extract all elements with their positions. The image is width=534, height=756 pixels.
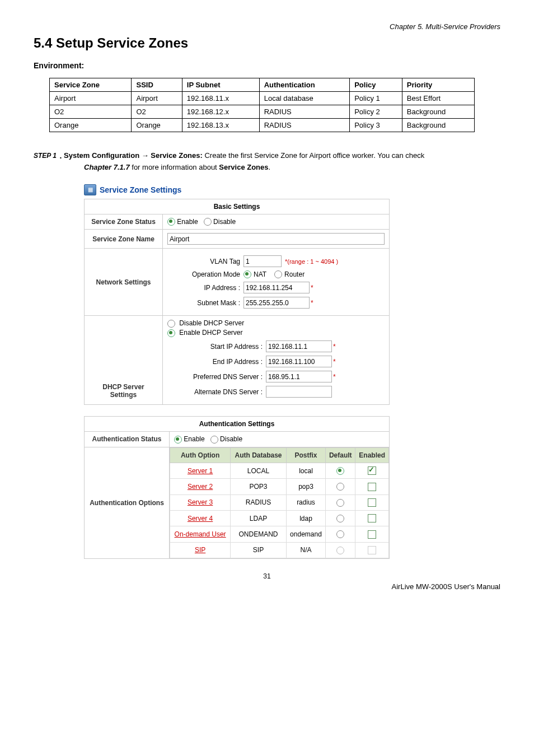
enable-text: Enable	[177, 218, 198, 226]
auth-col-header: Auth Database	[231, 447, 287, 463]
pref-dns-input[interactable]	[266, 371, 332, 382]
disable-text: Disable	[213, 218, 236, 226]
radio-default[interactable]	[336, 515, 344, 522]
op-mode-label: Operation Mode	[167, 270, 243, 278]
subnet-mask-input[interactable]	[243, 297, 310, 309]
table-row: AirportAirport192.168.11.xLocal database…	[50, 92, 475, 105]
step-chapter-ref: Chapter 7.1.7	[84, 163, 130, 171]
radio-default[interactable]	[336, 499, 344, 507]
auth-row: Server 3RADIUSradius	[170, 494, 389, 510]
step-text-3: .	[269, 163, 271, 171]
sz-name-input[interactable]	[167, 233, 385, 245]
table-row: OrangeOrange192.168.13.xRADIUSPolicy 3Ba…	[50, 119, 475, 132]
auth-option-link[interactable]: Server 2	[188, 483, 213, 491]
radio-default	[336, 547, 344, 554]
table-cell: Airport	[132, 92, 182, 105]
auth-option-link[interactable]: Server 3	[188, 498, 213, 506]
auth-disable-text: Disable	[220, 435, 242, 443]
table-cell: O2	[50, 105, 132, 119]
chapter-reference: Chapter 5. Multi-Service Providers	[34, 22, 500, 31]
dhcp-settings-cell: Disable DHCP Server Enable DHCP Server S…	[163, 316, 390, 405]
auth-db: LOCAL	[231, 463, 287, 478]
checkbox-enabled[interactable]	[368, 483, 376, 491]
auth-postfix: pop3	[286, 479, 325, 494]
auth-col-header: Auth Option	[170, 447, 231, 463]
table-cell: Airport	[50, 92, 132, 105]
radio-enable[interactable]	[167, 218, 175, 226]
auth-col-header: Default	[326, 447, 355, 463]
env-col-header: IP Subnet	[182, 78, 259, 92]
table-cell: Local database	[259, 92, 350, 105]
step-text-1: Create the first Service Zone for Airpor…	[203, 151, 424, 160]
table-cell: RADIUS	[259, 119, 350, 132]
table-cell: Policy 1	[350, 92, 402, 105]
panel-header: ▦ Service Zone Settings	[84, 184, 500, 195]
table-cell: 192.168.12.x	[182, 105, 259, 119]
start-ip-label: Start IP Address :	[167, 343, 266, 351]
checkbox-enabled[interactable]	[368, 498, 376, 507]
alt-dns-input[interactable]	[266, 386, 332, 398]
sz-name-label: Service Zone Name	[85, 230, 163, 249]
auth-postfix: ondemand	[286, 526, 325, 542]
radio-router[interactable]	[274, 270, 282, 278]
auth-option-link[interactable]: SIP	[195, 546, 205, 554]
auth-options-cell: Auth OptionAuth DatabasePostfixDefaultEn…	[170, 447, 390, 558]
auth-settings-table: Authentication Settings Authentication S…	[84, 416, 390, 559]
checkbox-enabled[interactable]	[368, 530, 376, 539]
auth-row: Server 4LDAPldap	[170, 510, 389, 526]
table-cell: 192.168.11.x	[182, 92, 259, 105]
auth-row: Server 1LOCALlocal	[170, 463, 389, 478]
start-ip-input[interactable]	[266, 340, 332, 352]
table-cell: Background	[402, 119, 474, 132]
auth-option-link[interactable]: Server 4	[188, 515, 213, 522]
auth-db: ONDEMAND	[231, 526, 287, 542]
radio-dhcp-enable[interactable]	[167, 329, 175, 337]
auth-option-link[interactable]: On-demand User	[175, 530, 226, 538]
nat-text: NAT	[254, 270, 266, 278]
auth-row: On-demand UserONDEMANDondemand	[170, 526, 389, 542]
table-row: O2O2192.168.12.xRADIUSPolicy 2Background	[50, 105, 475, 119]
auth-db: POP3	[231, 479, 287, 494]
ip-addr-input[interactable]	[243, 282, 310, 293]
alt-dns-label: Alternate DNS Server :	[167, 388, 266, 396]
auth-row: SIPSIPN/A	[170, 542, 389, 558]
step-1: STEP 1 . System Configuration → Service …	[34, 150, 500, 173]
radio-default[interactable]	[336, 467, 344, 475]
end-ip-input[interactable]	[266, 356, 332, 367]
auth-db: RADIUS	[231, 494, 287, 510]
radio-auth-enable[interactable]	[174, 436, 182, 444]
table-cell: RADIUS	[259, 105, 350, 119]
req-marker-icon: *	[311, 299, 313, 307]
auth-options-inner-table: Auth OptionAuth DatabasePostfixDefaultEn…	[170, 447, 389, 558]
radio-disable[interactable]	[204, 218, 212, 226]
table-cell: Orange	[132, 119, 182, 132]
checkbox-enabled[interactable]	[368, 514, 376, 522]
auth-status-cell: Enable Disable	[170, 432, 390, 447]
auth-postfix: radius	[286, 494, 325, 510]
req-marker-icon: *	[311, 284, 313, 292]
step-bold-2: Service Zones	[219, 163, 268, 171]
table-cell: O2	[132, 105, 182, 119]
sz-status-cell: Enable Disable	[163, 214, 390, 230]
radio-dhcp-disable[interactable]	[167, 320, 175, 328]
auth-postfix: ldap	[286, 510, 325, 526]
radio-default[interactable]	[336, 530, 344, 538]
dhcp-settings-label: DHCP Server Settings	[85, 316, 163, 405]
radio-nat[interactable]	[243, 270, 251, 278]
table-cell: Policy 2	[350, 105, 402, 119]
env-col-header: Service Zone	[50, 78, 132, 92]
auth-col-header: Enabled	[355, 447, 389, 463]
environment-table: Service ZoneSSIDIP SubnetAuthenticationP…	[49, 78, 475, 132]
pref-dns-label: Preferred DNS Server :	[167, 373, 266, 381]
basic-settings-table: Basic Settings Service Zone Status Enabl…	[84, 199, 390, 405]
vlan-tag-input[interactable]	[243, 255, 282, 267]
auth-options-label: Authentication Options	[85, 447, 170, 558]
step-label: STEP 1	[34, 152, 57, 160]
table-cell: Best Effort	[402, 92, 474, 105]
radio-auth-disable[interactable]	[210, 436, 218, 444]
auth-option-link[interactable]: Server 1	[188, 467, 213, 475]
radio-default[interactable]	[336, 483, 344, 491]
page-number: 31	[34, 572, 500, 580]
checkbox-enabled[interactable]	[368, 466, 376, 475]
env-col-header: Policy	[350, 78, 402, 92]
